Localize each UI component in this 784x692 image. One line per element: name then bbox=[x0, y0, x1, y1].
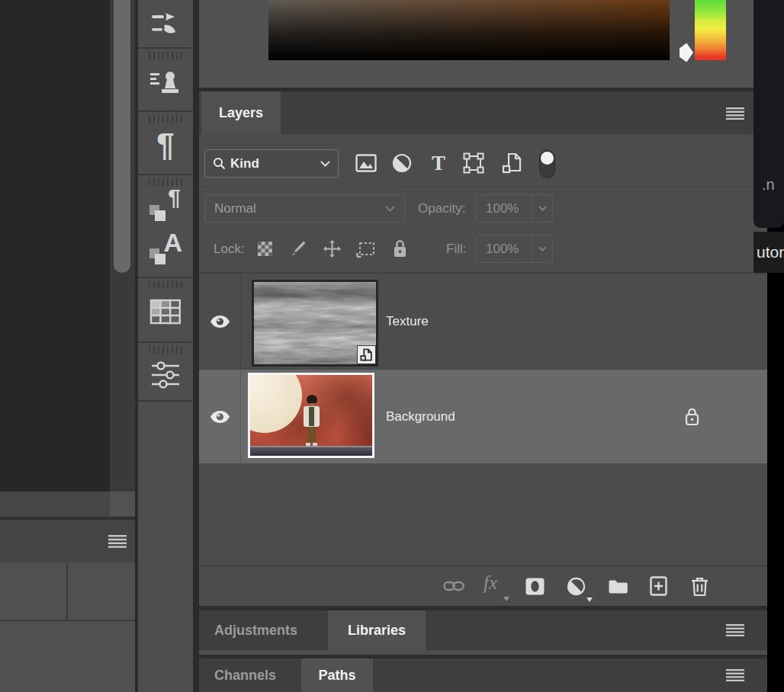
properties-panel-icon[interactable] bbox=[149, 355, 182, 395]
photoshop-workspace: ¶ ¶ A bbox=[0, 0, 784, 692]
layer-name[interactable]: Texture bbox=[386, 314, 429, 329]
blend-mode-value: Normal bbox=[214, 201, 256, 216]
left-panel-header bbox=[0, 520, 135, 562]
pixel-layer-filter-icon[interactable] bbox=[355, 152, 377, 174]
new-group-folder-icon[interactable] bbox=[606, 578, 629, 594]
color-panel bbox=[199, 0, 767, 88]
visibility-cell[interactable] bbox=[199, 274, 241, 369]
link-layers-icon[interactable] bbox=[442, 578, 465, 594]
hue-slider-pointer[interactable] bbox=[680, 43, 693, 62]
swatches-panel-icon[interactable] bbox=[149, 293, 182, 331]
blend-mode-dropdown[interactable]: Normal bbox=[204, 194, 405, 223]
opacity-value-box[interactable]: 100% bbox=[476, 194, 553, 223]
chevron-down-icon bbox=[320, 161, 330, 167]
adjustments-libraries-tab-bar: Adjustments Libraries bbox=[199, 610, 767, 650]
panel-group-grip[interactable] bbox=[149, 281, 182, 289]
opacity-value: 100% bbox=[486, 201, 519, 216]
eye-icon[interactable] bbox=[210, 410, 230, 424]
add-layer-mask-icon[interactable] bbox=[525, 577, 545, 595]
layer-filter-toggle[interactable] bbox=[539, 150, 555, 178]
layers-tab-bar: Layers bbox=[199, 91, 767, 134]
texture-layer-thumbnail[interactable] bbox=[252, 280, 378, 367]
divider bbox=[199, 187, 767, 187]
layer-name[interactable]: Background bbox=[386, 409, 455, 424]
photo-light-circle bbox=[248, 373, 302, 433]
tab-channels[interactable]: Channels bbox=[214, 658, 276, 692]
shape-layer-filter-icon[interactable] bbox=[463, 152, 484, 174]
divider bbox=[138, 47, 193, 49]
adjustment-layer-filter-icon[interactable] bbox=[391, 152, 413, 174]
type-glyph: T bbox=[432, 153, 445, 174]
tab-paths[interactable]: Paths bbox=[301, 658, 373, 692]
lock-transparency-icon[interactable] bbox=[258, 242, 272, 256]
smart-object-filter-icon[interactable] bbox=[502, 152, 523, 174]
scrollbar-corner bbox=[110, 492, 135, 517]
background-window-fragment: .n bbox=[753, 0, 784, 228]
divider bbox=[138, 400, 193, 402]
delete-layer-trash-icon[interactable] bbox=[689, 575, 710, 597]
tab-libraries[interactable]: Libraries bbox=[328, 610, 426, 650]
panel-group-grip[interactable] bbox=[149, 52, 182, 59]
chevron-down-icon bbox=[385, 206, 395, 212]
layer-filter-toggle-knob bbox=[541, 152, 554, 165]
lock-all-icon[interactable] bbox=[390, 238, 410, 259]
layers-tab-label: Layers bbox=[219, 105, 263, 121]
new-adjustment-layer-icon[interactable] bbox=[567, 577, 590, 600]
libraries-panel-menu-icon[interactable] bbox=[726, 624, 744, 636]
paragraph-styles-panel-icon[interactable]: ¶ bbox=[149, 187, 182, 229]
photo-person bbox=[304, 395, 320, 447]
canvas-scrollbar-thumb[interactable] bbox=[114, 0, 130, 273]
tab-adjustments[interactable]: Adjustments bbox=[214, 610, 297, 650]
layer-row-texture[interactable]: Texture bbox=[199, 274, 767, 369]
left-panel-cell[interactable] bbox=[0, 562, 68, 620]
background-layer-thumbnail[interactable] bbox=[248, 373, 374, 458]
layers-panel: Layers Kind bbox=[199, 91, 767, 606]
smart-object-badge bbox=[357, 345, 376, 364]
paths-tab-label: Paths bbox=[318, 668, 355, 684]
layer-filter-kind-dropdown[interactable]: Kind bbox=[204, 149, 339, 178]
search-icon bbox=[213, 157, 226, 170]
divider bbox=[193, 0, 199, 692]
divider bbox=[138, 111, 193, 112]
fill-stepper-chevron[interactable] bbox=[532, 235, 552, 262]
eye-icon[interactable] bbox=[210, 315, 230, 328]
document-canvas[interactable] bbox=[0, 0, 110, 492]
paragraph-panel-icon[interactable]: ¶ bbox=[149, 123, 182, 166]
divider bbox=[138, 174, 193, 175]
panel-group-grip[interactable] bbox=[149, 346, 182, 354]
lock-pixels-brush-icon[interactable] bbox=[288, 239, 307, 258]
hue-slider-bar[interactable] bbox=[695, 0, 726, 60]
adjustments-tab-label: Adjustments bbox=[214, 623, 297, 639]
layer-list: Texture bbox=[199, 274, 767, 565]
background-window-fragment-2: utor bbox=[753, 232, 784, 273]
paragraph-glyph: ¶ bbox=[156, 129, 174, 161]
panel-group-grip[interactable] bbox=[149, 115, 182, 123]
clone-source-panel-icon[interactable] bbox=[149, 62, 182, 102]
layers-panel-menu-icon[interactable] bbox=[726, 107, 744, 120]
paths-panel-menu-icon[interactable] bbox=[726, 669, 744, 681]
color-saturation-brightness-field[interactable] bbox=[268, 0, 670, 60]
fill-value-box[interactable]: 100% bbox=[476, 235, 553, 263]
adjustment-flyout-arrow bbox=[586, 597, 593, 602]
opacity-stepper-chevron[interactable] bbox=[532, 195, 552, 222]
fx-flyout-arrow bbox=[503, 597, 509, 601]
brushes-panel-icon[interactable] bbox=[149, 6, 182, 43]
divider bbox=[138, 277, 193, 278]
canvas-scrollbar-track[interactable] bbox=[110, 0, 135, 492]
new-layer-icon[interactable] bbox=[649, 575, 667, 597]
visibility-cell[interactable] bbox=[199, 370, 241, 463]
type-layer-filter-icon[interactable]: T bbox=[428, 152, 449, 174]
character-styles-panel-icon[interactable]: A bbox=[149, 229, 182, 271]
layer-effects-icon[interactable]: fx bbox=[484, 572, 508, 600]
paragraph-glyph-small: ¶ bbox=[168, 184, 181, 210]
opacity-label: Opacity: bbox=[418, 201, 465, 216]
lock-artboard-icon[interactable] bbox=[355, 239, 377, 258]
layer-lock-icon[interactable] bbox=[682, 406, 702, 428]
layer-row-background[interactable]: Background bbox=[199, 370, 767, 463]
left-panel-menu-icon[interactable] bbox=[108, 535, 127, 548]
lock-label: Lock: bbox=[214, 242, 245, 257]
lock-position-icon[interactable] bbox=[322, 239, 342, 259]
tab-layers[interactable]: Layers bbox=[201, 91, 281, 134]
divider bbox=[138, 341, 193, 343]
layers-footer-toolbar: fx bbox=[199, 566, 767, 606]
